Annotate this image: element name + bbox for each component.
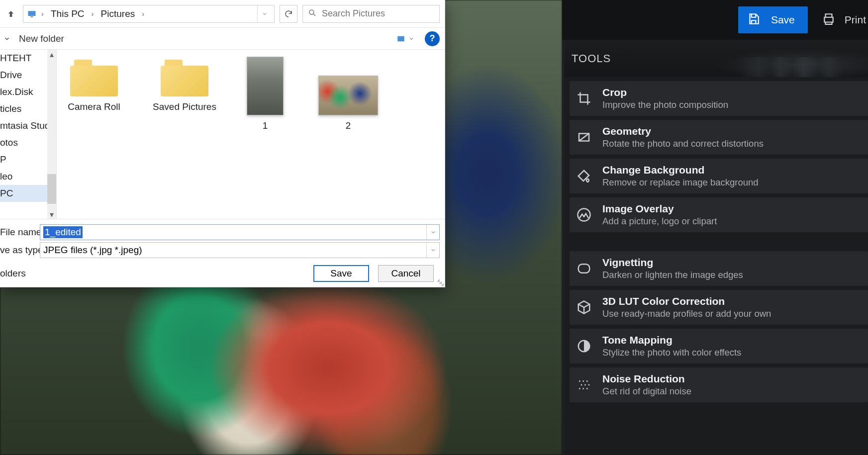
dialog-body: HTEHTDrivelex.Diskticlesmtasia Studiooto…: [0, 50, 445, 219]
folder-item[interactable]: Saved Pictures: [152, 57, 217, 112]
save-dialog: › This PC › Pictures › New folder: [0, 0, 445, 287]
image-thumbnail: [318, 76, 378, 115]
svg-rect-7: [397, 36, 404, 41]
tool-3dlut[interactable]: 3D LUT Color Correction Use ready-made p…: [570, 290, 868, 325]
chevron-down-icon: [408, 36, 414, 42]
contrast-circle-icon: [574, 336, 594, 357]
refresh-button[interactable]: [280, 5, 297, 23]
paint-bucket-icon: [574, 166, 594, 186]
folder-icon: [161, 57, 208, 96]
save-button[interactable]: Save: [313, 265, 369, 282]
filetype-value: JPEG files (*.jpg *.jpeg): [43, 245, 142, 256]
pc-icon: [26, 8, 37, 19]
svg-rect-2: [579, 264, 590, 273]
chevron-right-icon: ›: [90, 9, 96, 18]
editor-save-button[interactable]: Save: [738, 6, 808, 33]
svg-point-1: [578, 209, 590, 221]
editor-save-label: Save: [771, 14, 795, 26]
tool-desc: Improve the photo composition: [602, 99, 728, 110]
breadcrumb-folder[interactable]: Pictures: [98, 6, 138, 21]
tool-geometry[interactable]: Geometry Rotate the photo and correct di…: [570, 120, 868, 155]
chevron-right-icon: ›: [140, 9, 146, 18]
chevron-right-icon: ›: [39, 9, 46, 18]
tool-desc: Darken or lighten the image edges: [602, 270, 743, 280]
search-icon: [308, 8, 317, 19]
tool-title: Crop: [602, 87, 728, 98]
mountains-icon: [574, 204, 594, 225]
filetype-select[interactable]: JPEG files (*.jpg *.jpeg): [40, 242, 440, 258]
search-box[interactable]: [302, 5, 440, 23]
breadcrumb-dropdown[interactable]: [257, 5, 271, 22]
image-thumbnail: [247, 57, 284, 115]
tool-vignetting[interactable]: Vignetting Darken or lighten the image e…: [570, 251, 868, 286]
tool-desc: Rotate the photo and correct distortions: [602, 138, 764, 149]
file-item[interactable]: 2: [313, 57, 383, 131]
tool-desc: Remove or replace image background: [602, 177, 759, 188]
vignette-icon: [574, 258, 594, 279]
organize-dropdown[interactable]: [0, 32, 14, 46]
chevron-down-icon[interactable]: [426, 225, 439, 240]
tool-title: Geometry: [602, 125, 764, 137]
tools-panel: TOOLS Crop Improve the photo composition…: [565, 40, 868, 455]
printer-icon: [822, 12, 836, 28]
dialog-nav-row: › This PC › Pictures ›: [0, 0, 445, 28]
nav-tree[interactable]: HTEHTDrivelex.Diskticlesmtasia Studiooto…: [0, 50, 57, 219]
folder-icon: [70, 57, 118, 96]
svg-point-6: [309, 10, 314, 14]
filename-label: File name:: [0, 227, 36, 238]
scroll-down-icon[interactable]: ▾: [47, 210, 56, 219]
search-input[interactable]: [322, 8, 437, 19]
scroll-up-icon[interactable]: ▴: [47, 50, 56, 59]
tool-title: Image Overlay: [602, 203, 717, 215]
geometry-icon: [574, 127, 594, 148]
help-button[interactable]: ?: [425, 31, 440, 46]
tool-title: 3D LUT Color Correction: [602, 295, 771, 307]
dialog-bottom: File name: 1_edited ve as type: JPEG fil…: [0, 219, 445, 287]
filename-value: 1_edited: [43, 226, 83, 238]
tool-desc: Use ready-made profiles or add your own: [602, 308, 771, 319]
tool-desc: Get rid of digital noise: [602, 386, 691, 397]
editor-print-button[interactable]: Print: [817, 6, 868, 33]
tool-noise-reduction[interactable]: Noise Reduction Get rid of digital noise: [570, 367, 868, 402]
tool-desc: Add a picture, logo or clipart: [602, 216, 717, 227]
tool-list: Crop Improve the photo composition Geome…: [565, 77, 868, 402]
file-label: 1: [263, 120, 268, 131]
nav-up-button[interactable]: [4, 6, 18, 22]
breadcrumb-root[interactable]: This PC: [48, 6, 88, 21]
tool-title: Tone Mapping: [602, 334, 741, 346]
crop-icon: [574, 88, 594, 109]
tool-desc: Stylize the photo with color effects: [602, 347, 741, 358]
tool-image-overlay[interactable]: Image Overlay Add a picture, logo or cli…: [570, 197, 868, 232]
tool-title: Vignetting: [602, 257, 743, 269]
file-label: 2: [346, 120, 351, 131]
folder-item[interactable]: Camera Roll: [62, 57, 126, 112]
file-grid[interactable]: Camera Roll Saved Pictures 1 2: [57, 50, 445, 219]
tool-title: Change Background: [602, 164, 759, 176]
file-item[interactable]: 1: [243, 57, 288, 131]
tool-tone-mapping[interactable]: Tone Mapping Stylize the photo with colo…: [570, 329, 868, 364]
cube-grid-icon: [574, 297, 594, 318]
editor-print-label: Print: [845, 14, 866, 26]
tool-title: Noise Reduction: [602, 373, 691, 385]
editor-topbar: Save Print: [562, 0, 868, 40]
new-folder-button[interactable]: New folder: [14, 31, 69, 46]
folder-label: Saved Pictures: [153, 101, 216, 112]
tree-scrollbar[interactable]: ▴ ▾: [47, 50, 56, 219]
view-mode-button[interactable]: [392, 33, 418, 45]
filetype-label: ve as type:: [0, 245, 36, 256]
breadcrumb[interactable]: › This PC › Pictures ›: [23, 5, 275, 23]
save-disk-icon: [747, 12, 760, 28]
dialog-toolbar-row: New folder ?: [0, 28, 445, 50]
resize-grip-icon[interactable]: [437, 279, 444, 286]
tools-header: TOOLS: [565, 40, 868, 77]
noise-icon: [574, 374, 594, 395]
tool-change-background[interactable]: Change Background Remove or replace imag…: [570, 159, 868, 193]
cancel-button[interactable]: Cancel: [378, 265, 434, 282]
filename-input[interactable]: 1_edited: [40, 224, 440, 240]
hide-folders-link[interactable]: olders: [0, 268, 26, 279]
tool-crop[interactable]: Crop Improve the photo composition: [570, 81, 868, 116]
folder-label: Camera Roll: [68, 101, 120, 112]
scroll-thumb[interactable]: [47, 174, 56, 204]
svg-rect-5: [31, 16, 33, 17]
chevron-down-icon[interactable]: [426, 243, 439, 258]
